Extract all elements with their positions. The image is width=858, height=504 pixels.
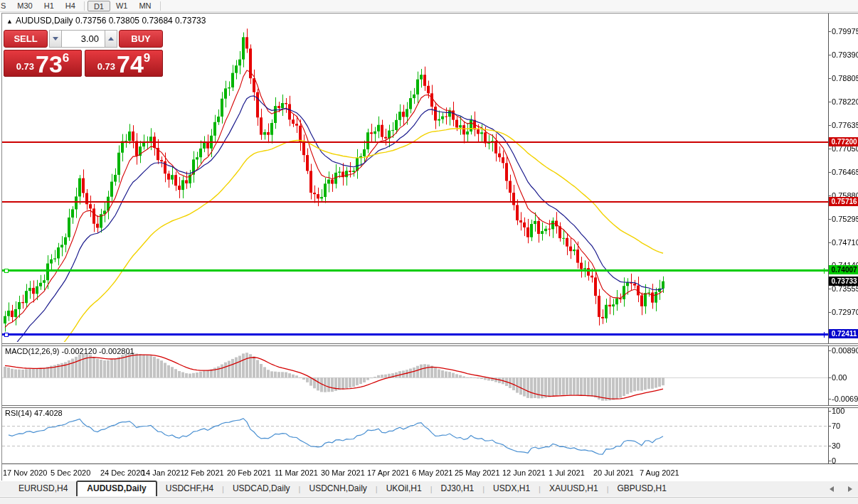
sell-price-pip: 6 xyxy=(63,51,69,65)
sell-button[interactable]: SELL xyxy=(4,30,48,48)
price-axis-tick: 0.79390 xyxy=(832,50,858,59)
symbol-marker-icon: ▲ xyxy=(6,18,13,25)
date-axis-label: 14 Jan 2021 xyxy=(142,468,185,477)
price-level-badge: 0.72411 xyxy=(829,329,858,338)
pane-splitter-macd[interactable] xyxy=(2,343,858,346)
date-axis-label: 2 Feb 2021 xyxy=(184,468,224,477)
buy-price-big: 74 xyxy=(117,53,144,75)
toolbar-separator xyxy=(160,1,161,11)
date-axis-label: 17 Apr 2021 xyxy=(367,468,409,477)
timeframe-toolbar: SM30H1H4D1W1MN xyxy=(0,0,858,12)
buy-price-display[interactable]: 0.73 74 9 xyxy=(85,50,163,77)
timeframe-button-w1[interactable]: W1 xyxy=(110,1,134,11)
date-axis-label: 7 Aug 2021 xyxy=(640,468,679,477)
price-level-line-0.75716[interactable] xyxy=(2,201,828,203)
sell-price-big: 73 xyxy=(36,53,63,75)
rsi-axis-tick: 70 xyxy=(832,422,840,430)
chart-overlay xyxy=(2,14,828,463)
current-price-badge: 0.73733 xyxy=(829,277,858,286)
price-axis-tick: 0.77635 xyxy=(832,121,858,129)
date-axis-label: 6 May 2021 xyxy=(412,468,452,477)
macd-axis-tick: 0.00 xyxy=(832,373,847,382)
price-axis-tick: 0.78220 xyxy=(832,97,858,106)
timeframe-button-h1[interactable]: H1 xyxy=(38,1,60,11)
price-axis-tick: 0.75295 xyxy=(832,215,858,223)
price-axis-tick: 0.74710 xyxy=(832,238,858,247)
price-level-badge: 0.77200 xyxy=(829,137,858,146)
triangle-down-icon xyxy=(53,37,58,41)
sell-price-prefix: 0.73 xyxy=(16,61,34,72)
chart-window: ▲AUDUSD,Daily 0.73756 0.73805 0.73684 0.… xyxy=(1,13,858,481)
price-level-badge: 0.74007 xyxy=(829,265,858,274)
chart-symbol-period: AUDUSD,Daily xyxy=(16,16,73,26)
macd-axis-tick: -0.00697 xyxy=(832,395,858,403)
chart-tab-usdcnh-daily[interactable]: USDCNH,Daily xyxy=(300,481,375,496)
volume-increase-button[interactable] xyxy=(105,30,117,48)
chart-tab-dj30-h1[interactable]: DJ30,H1 xyxy=(433,481,483,496)
timeframe-button-mn[interactable]: MN xyxy=(133,1,157,11)
price-level-badge: 0.75716 xyxy=(829,197,858,206)
price-axis-tick: 0.72970 xyxy=(832,308,858,316)
volume-input[interactable] xyxy=(62,30,105,48)
bottom-status-strip xyxy=(0,497,858,504)
timeframe-button-h4[interactable]: H4 xyxy=(60,1,81,11)
date-axis-label: 24 Dec 2020 xyxy=(100,468,144,477)
price-level-line-0.72411[interactable] xyxy=(2,333,828,336)
chart-tab-usdchf-h4[interactable]: USDCHF,H4 xyxy=(157,481,222,496)
triangle-up-icon xyxy=(108,37,114,41)
macd-axis-tick: 0.008903 xyxy=(832,346,858,355)
timeframe-button-s[interactable]: S xyxy=(0,1,11,11)
date-axis-label: 1 Jul 2021 xyxy=(549,468,585,477)
date-axis-label: 20 Feb 2021 xyxy=(227,468,271,477)
toolbar-separator xyxy=(84,1,85,11)
date-axis-label: 30 Mar 2021 xyxy=(321,468,365,477)
macd-label: MACD(12,26,9) -0.002120 -0.002801 xyxy=(5,347,134,355)
price-axis-tick: 0.76465 xyxy=(832,168,858,176)
date-axis-label: 12 Jun 2021 xyxy=(502,468,546,477)
tab-scroll-controls xyxy=(830,486,852,492)
rsi-label: RSI(14) 47.4028 xyxy=(5,409,63,417)
timeframe-button-m30[interactable]: M30 xyxy=(11,1,38,11)
chart-tab-usdx-h1[interactable]: USDX,H1 xyxy=(484,481,539,496)
buy-button[interactable]: BUY xyxy=(119,30,163,48)
date-axis-label: 11 Mar 2021 xyxy=(275,468,318,477)
trading-app: SM30H1H4D1W1MN ▲AUDUSD,Daily 0.73756 0.7… xyxy=(0,0,858,504)
price-level-line-0.77200[interactable] xyxy=(2,141,828,143)
timeframe-button-d1[interactable]: D1 xyxy=(88,1,110,11)
chart-tab-bar: EURUSD,H4AUDUSD,DailyUSDCHF,H4|USDCAD,Da… xyxy=(0,481,858,496)
chart-tab-eurusd-h4[interactable]: EURUSD,H4 xyxy=(10,481,76,496)
tab-strip: EURUSD,H4AUDUSD,DailyUSDCHF,H4|USDCAD,Da… xyxy=(10,481,675,496)
volume-decrease-button[interactable] xyxy=(49,30,62,48)
rsi-axis-tick: 30 xyxy=(832,441,840,450)
chart-tab-xauusd-h1[interactable]: XAUUSD,H1 xyxy=(541,481,607,496)
chart-title: ▲AUDUSD,Daily 0.73756 0.73805 0.73684 0.… xyxy=(6,16,206,26)
pane-splitter-rsi[interactable] xyxy=(2,405,858,408)
price-axis-tick: 0.79975 xyxy=(832,27,858,36)
chart-tab-audusd-daily[interactable]: AUDUSD,Daily xyxy=(76,481,157,496)
date-axis-label: 17 Nov 2020 xyxy=(3,468,47,477)
date-axis-label: 20 Jul 2021 xyxy=(593,468,634,477)
buy-price-pip: 9 xyxy=(144,51,150,65)
chart-tab-usdcad-daily[interactable]: USDCAD,Daily xyxy=(224,481,299,496)
price-axis-tick: 0.78805 xyxy=(832,74,858,82)
date-axis-label: 25 May 2021 xyxy=(455,468,500,477)
price-level-line-0.74007[interactable] xyxy=(2,269,828,272)
chart-ohlc-readout: 0.73756 0.73805 0.73684 0.73733 xyxy=(75,16,206,26)
volume-stepper xyxy=(49,30,117,48)
sell-price-display[interactable]: 0.73 73 6 xyxy=(4,50,82,77)
date-axis-label: 5 Dec 2020 xyxy=(51,468,90,477)
one-click-trade-panel: SELL BUY 0.73 73 6 0.73 74 9 xyxy=(4,30,163,77)
buy-price-prefix: 0.73 xyxy=(97,61,115,72)
chart-tab-ukoil-h1[interactable]: UKOil,H1 xyxy=(378,481,430,496)
price-axis[interactable]: 0.799750.793900.788050.782200.776350.770… xyxy=(828,14,858,463)
date-axis[interactable]: 17 Nov 20205 Dec 202024 Dec 202014 Jan 2… xyxy=(2,463,858,481)
tab-scroll-left-icon[interactable] xyxy=(830,486,834,492)
tab-scroll-right-icon[interactable] xyxy=(848,486,852,492)
chart-tab-gbpusd-h1[interactable]: GBPUSD,H1 xyxy=(609,481,675,496)
